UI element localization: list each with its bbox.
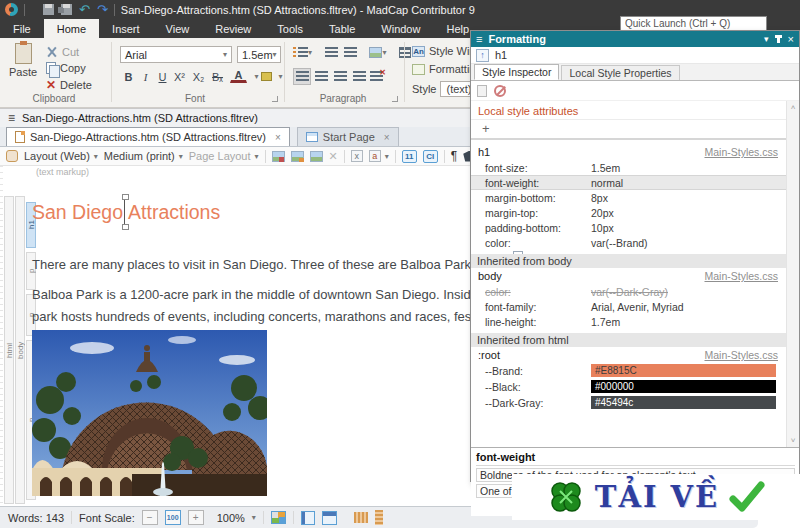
add-attribute-button[interactable]: + [471,120,786,140]
text-attributes-dropdown[interactable]: a ▾ [369,150,389,162]
bullet-list-button[interactable]: ▾ [293,44,317,61]
show-markers-button[interactable]: ¶ [451,149,457,163]
font-family-combo[interactable]: Arial ▾ [120,46,232,63]
condition-indicator-1-icon[interactable]: 11 [402,150,417,163]
delete-button[interactable]: ✕ Delete [46,78,92,92]
condition-indicator-2-icon[interactable]: CI [423,150,438,163]
formatting-panel-header[interactable]: ≡ Formatting ▾ × [471,31,799,47]
style-row-selected[interactable]: font-weight:normal [471,175,786,190]
send-topic-icon[interactable] [6,150,18,162]
style-row[interactable]: margin-top:20px [471,205,786,220]
hamburger-icon[interactable]: ≡ [476,33,482,45]
image-properties-icon[interactable] [291,151,304,162]
redo-icon[interactable]: ↷ [97,4,108,15]
style-row[interactable]: font-size:1.5em [471,160,786,175]
quick-launch-input[interactable]: Quick Launch (Ctrl + Q) [620,16,767,31]
font-scale-reset-button[interactable]: 100 [165,510,181,525]
font-scale-increase-button[interactable]: + [188,510,204,525]
tab-home[interactable]: Home [44,19,99,38]
paste-button[interactable]: Paste [7,43,39,91]
subscript-button[interactable]: X₂ [190,68,207,85]
insert-image-icon[interactable] [272,151,285,162]
style-field-row: Style (text) [412,81,478,97]
italic-button[interactable]: I [137,68,154,85]
panel-scrollbar[interactable]: ˄ ˅ [786,101,799,447]
css-variable-row[interactable]: --Brand: #E8815C [471,363,786,378]
undo-icon[interactable]: ↶ [79,4,90,15]
align-left-button[interactable] [293,68,311,85]
tab-insert[interactable]: Insert [99,19,153,38]
cut-button[interactable]: Cut [46,46,79,58]
tab-window[interactable]: Window [368,19,433,38]
inherited-from-html-header: Inherited from html [471,333,786,347]
close-icon[interactable]: × [384,132,390,143]
tab-tools[interactable]: Tools [264,19,316,38]
copy-button[interactable]: Copy [46,62,86,74]
layout-grid-icon[interactable] [271,511,286,524]
close-icon[interactable]: × [788,33,794,45]
font-color-button[interactable]: A [230,68,247,83]
highlight-caret[interactable]: ▾ [272,68,289,85]
hamburger-icon[interactable]: ≡ [8,111,15,125]
tab-table[interactable]: Table [316,19,368,38]
style-row[interactable]: padding-bottom:10px [471,220,786,235]
bold-button[interactable]: B [120,68,137,85]
stylesheet-link[interactable]: Main-Styles.css [704,146,778,158]
clear-paragraph-button[interactable]: ✕ [369,68,387,85]
ruler-vertical-icon[interactable] [375,510,383,525]
style-row[interactable]: color:var(--Brand) [471,235,786,250]
html-tag-bar[interactable]: html [4,196,14,504]
vertical-ruler-toggle-icon[interactable] [301,511,315,525]
style-row-overridden[interactable]: color:var(--Dark-Gray) [471,284,786,299]
justify-button[interactable] [350,68,368,85]
stylesheet-link[interactable]: Main-Styles.css [704,349,778,361]
tab-review[interactable]: Review [202,19,264,38]
inherited-from-body-header: Inherited from body [471,254,786,268]
tab-start-page[interactable]: Start Page × [297,127,399,146]
scroll-down-icon[interactable]: ˅ [791,436,796,445]
outdent-button[interactable] [322,44,340,61]
align-center-button[interactable] [312,68,330,85]
remove-formatting-button[interactable]: Bₓ [209,68,226,85]
paragraph-image-button[interactable]: ▾ [365,44,391,61]
tab-style-inspector[interactable]: Style Inspector [474,64,559,80]
tab-file[interactable]: File [0,19,44,38]
save-icon[interactable] [43,4,54,15]
new-style-icon[interactable] [477,85,487,97]
font-dialog-launcher[interactable] [272,96,278,102]
pin-icon[interactable] [777,35,780,43]
variables-icon[interactable]: x [351,150,363,162]
tab-san-diego-attractions[interactable]: San-Diego-Attractions.htm (SD Attraction… [6,127,290,146]
group-separator [111,42,112,102]
body-tag-bar[interactable]: body [15,196,25,504]
underline-button[interactable]: U [154,68,171,85]
delete-icon: ✕ [46,78,56,92]
panel-menu-caret-icon[interactable]: ▾ [764,34,769,44]
layout-dropdown[interactable]: Layout (Web) ▾ [24,150,98,162]
stylesheet-link[interactable]: Main-Styles.css [704,270,778,282]
copy-label: Copy [60,62,86,74]
style-row[interactable]: line-height:1.7em [471,314,786,329]
style-row[interactable]: margin-bottom:8px [471,190,786,205]
medium-dropdown[interactable]: Medium (print) ▾ [104,150,183,162]
superscript-button[interactable]: X² [171,68,188,85]
save-all-icon[interactable] [61,4,72,15]
snippet-icon[interactable] [310,151,323,162]
tab-view[interactable]: View [153,19,203,38]
up-arrow-icon[interactable]: ↑ [476,49,489,62]
paragraph-dialog-launcher[interactable] [392,96,398,102]
disable-style-icon[interactable] [494,85,506,97]
style-row[interactable]: font-family:Arial, Avenir, Myriad [471,299,786,314]
css-variable-row[interactable]: --Black: #000000 [471,379,786,394]
ruler-icon[interactable] [354,512,368,523]
font-size-combo[interactable]: 1.5em ▾ [237,46,281,63]
tab-local-style-properties[interactable]: Local Style Properties [561,65,679,80]
indent-button[interactable] [341,44,359,61]
scroll-up-icon[interactable]: ˄ [791,103,796,112]
css-variable-row[interactable]: --Dark-Gray: #45494c [471,395,786,410]
horizontal-ruler-toggle-icon[interactable] [322,511,337,525]
align-right-button[interactable] [331,68,349,85]
close-icon[interactable]: × [275,132,281,143]
zoom-dropdown-icon[interactable]: ▾ [252,513,256,522]
font-scale-decrease-button[interactable]: − [142,510,158,525]
